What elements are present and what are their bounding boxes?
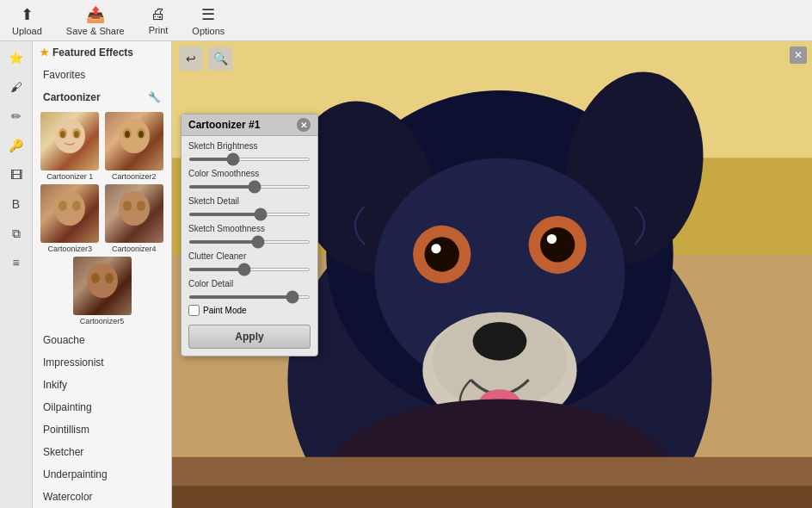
sketch-brightness-row: Sketch Brightness (181, 136, 317, 164)
color-detail-row: Color Detail (181, 274, 317, 301)
pen-tool-button[interactable]: ✏ (3, 103, 29, 129)
wrench-icon: 🔧 (148, 91, 161, 103)
svg-point-9 (138, 131, 144, 138)
thumb-label: Cartoonizer3 (47, 245, 92, 253)
cartoonizer-category[interactable]: Cartoonizer 🔧 (33, 86, 171, 108)
sketch-detail-slider[interactable] (188, 213, 311, 216)
oilpainting-item[interactable]: Oilpainting (33, 396, 171, 418)
svg-point-14 (123, 201, 132, 211)
svg-point-36 (547, 234, 557, 244)
thumb-label: Cartoonizer5 (80, 317, 125, 325)
film-tool-button[interactable]: 🎞 (3, 162, 29, 188)
cartoonizer-dialog: Cartoonizer #1 ✕ Sketch Brightness Color… (181, 114, 318, 356)
apply-button[interactable]: Apply (188, 325, 311, 349)
svg-point-0 (54, 119, 85, 153)
print-button[interactable]: 🖨 Print (144, 3, 174, 37)
sketch-detail-label: Sketch Detail (188, 196, 311, 206)
thumb-cartoonizer4[interactable]: Cartoonizer4 (104, 184, 165, 253)
paint-mode-label: Paint Mode (203, 306, 247, 315)
sketcher-item[interactable]: Sketcher (33, 441, 171, 463)
b-filter-button[interactable]: B (3, 191, 29, 217)
sketch-detail-row: Sketch Detail (181, 191, 317, 219)
thumb-cartoonizer5-wrapper: Cartoonizer5 (33, 257, 171, 329)
save-icon: 📤 (86, 5, 105, 24)
svg-point-16 (87, 263, 118, 298)
thumb-cartoonizer1[interactable]: Cartoonizer 1 (40, 112, 101, 181)
dialog-header: Cartoonizer #1 ✕ (181, 115, 317, 136)
clutter-cleaner-row: Clutter Cleaner (181, 246, 317, 274)
featured-label: Featured Effects (52, 46, 133, 59)
featured-effects-header[interactable]: ★ Featured Effects (33, 41, 171, 64)
svg-point-13 (119, 191, 150, 226)
sketch-brightness-label: Sketch Brightness (188, 141, 311, 151)
clutter-cleaner-label: Clutter Cleaner (188, 251, 311, 261)
canvas-area: ↩ 🔍 ✕ Cartoonizer #1 ✕ Sketch Brightness (172, 41, 812, 508)
tools-panel: ⭐ 🖌 ✏ 🔑 🎞 B ⧉ ≡ (0, 41, 33, 508)
close-canvas-button[interactable]: ✕ (790, 46, 807, 64)
thumb-label: Cartoonizer2 (112, 172, 157, 181)
svg-point-10 (54, 191, 85, 226)
options-button[interactable]: ☰ Options (187, 3, 230, 38)
thumb-cartoonizer2[interactable]: Cartoonizer2 (104, 112, 165, 181)
svg-point-33 (425, 237, 459, 271)
svg-rect-39 (172, 486, 812, 508)
canvas-controls: ↩ 🔍 (179, 46, 232, 71)
underpainting-item[interactable]: Underpainting (33, 463, 171, 486)
toolbar: ⬆ Upload 📤 Save & Share 🖨 Print ☰ Option… (0, 0, 812, 41)
main-area: ⭐ 🖌 ✏ 🔑 🎞 B ⧉ ≡ ★ Featured Effects Favor… (0, 41, 812, 508)
thumb-cartoonizer3[interactable]: Cartoonizer3 (40, 184, 101, 253)
close-icon: ✕ (794, 49, 803, 61)
svg-point-35 (431, 244, 440, 253)
color-detail-slider[interactable] (188, 295, 311, 299)
paint-mode-row: Paint Mode (181, 301, 317, 319)
dialog-title: Cartoonizer #1 (188, 119, 260, 131)
apply-label: Apply (235, 331, 263, 343)
print-label: Print (149, 25, 169, 35)
layers-button[interactable]: ⧉ (3, 220, 29, 246)
options-icon: ☰ (201, 5, 215, 24)
favorites-item[interactable]: Favorites (33, 64, 171, 86)
upload-button[interactable]: ⬆ Upload (7, 3, 47, 38)
brush-tool-button[interactable]: 🖌 (3, 74, 29, 100)
watercolor-item[interactable]: Watercolor (33, 486, 171, 508)
thumb-cartoonizer5[interactable]: Cartoonizer5 (40, 257, 164, 325)
lines-button[interactable]: ≡ (3, 250, 29, 276)
effects-tool-button[interactable]: ⭐ (3, 45, 29, 71)
impressionist-item[interactable]: Impressionist (33, 351, 171, 374)
star-icon: ★ (40, 46, 49, 59)
inkify-item[interactable]: Inkify (33, 374, 171, 396)
pointillism-item[interactable]: Pointillism (33, 418, 171, 441)
clutter-cleaner-slider[interactable] (188, 268, 311, 271)
gouache-item[interactable]: Gouache (33, 329, 171, 351)
svg-point-15 (137, 201, 145, 211)
sketch-smoothness-row: Sketch Smoothness (181, 219, 317, 246)
sketch-smoothness-slider[interactable] (188, 240, 311, 244)
svg-point-29 (473, 322, 527, 361)
sketch-smoothness-label: Sketch Smoothness (188, 224, 311, 233)
key-tool-button[interactable]: 🔑 (3, 133, 29, 158)
color-smoothness-label: Color Smoothness (188, 169, 311, 178)
options-label: Options (192, 26, 225, 36)
svg-point-17 (91, 273, 100, 283)
upload-label: Upload (12, 26, 42, 36)
sketch-brightness-slider[interactable] (188, 158, 311, 161)
svg-point-34 (540, 227, 575, 262)
svg-point-18 (105, 273, 114, 283)
svg-point-8 (125, 131, 130, 138)
print-icon: 🖨 (151, 5, 166, 23)
undo-button[interactable]: ↩ (179, 46, 203, 71)
color-detail-label: Color Detail (188, 279, 311, 288)
svg-point-11 (58, 201, 67, 211)
zoom-icon: 🔍 (213, 52, 228, 65)
color-smoothness-row: Color Smoothness (181, 164, 317, 191)
upload-icon: ⬆ (21, 5, 34, 24)
dialog-close-button[interactable]: ✕ (297, 118, 311, 132)
zoom-button[interactable]: 🔍 (208, 46, 232, 71)
sidebar: ⭐ 🖌 ✏ 🔑 🎞 B ⧉ ≡ ★ Featured Effects Favor… (0, 41, 172, 508)
save-label: Save & Share (66, 26, 125, 36)
color-smoothness-slider[interactable] (188, 185, 311, 189)
sidebar-content: ★ Featured Effects Favorites Cartoonizer… (33, 41, 171, 508)
save-share-button[interactable]: 📤 Save & Share (61, 3, 130, 38)
paint-mode-checkbox[interactable] (188, 305, 200, 316)
dialog-close-icon: ✕ (300, 121, 307, 130)
